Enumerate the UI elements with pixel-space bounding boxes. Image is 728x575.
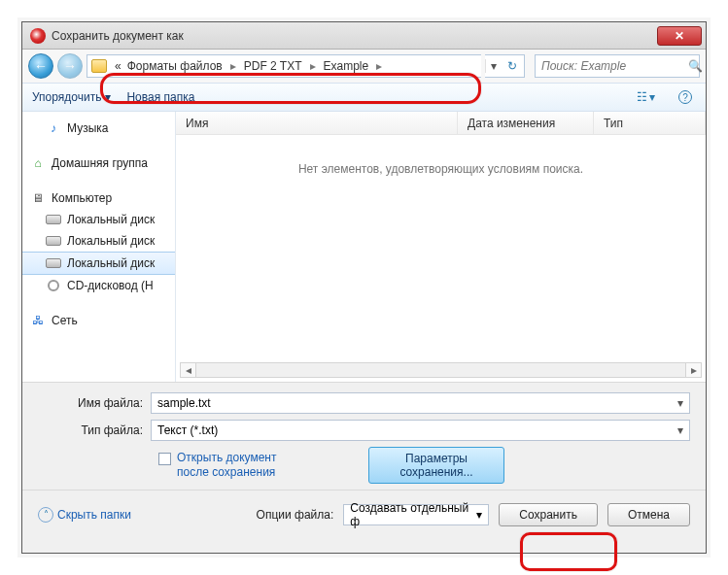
tree-item-homegroup[interactable]: ⌂Домашняя группа — [22, 152, 175, 174]
tree-item-computer[interactable]: 🖥Компьютер — [22, 187, 175, 209]
cancel-button[interactable]: Отмена — [607, 503, 690, 526]
refresh-button[interactable]: ↻ — [501, 55, 524, 77]
network-icon: 🖧 — [30, 313, 46, 328]
scroll-left-button[interactable]: ◂ — [181, 363, 196, 377]
search-input[interactable] — [541, 59, 688, 73]
organize-label: Упорядочить — [32, 90, 101, 104]
view-icon: ☷ — [637, 90, 647, 104]
nav-row: ← → « Форматы файлов ▸ PDF 2 TXT ▸ Examp… — [22, 50, 706, 83]
tree-label: Музыка — [67, 121, 108, 135]
breadcrumb-seg-1[interactable]: Форматы файлов — [125, 59, 225, 73]
footer: ˄ Скрыть папки Опции файла: Создавать от… — [22, 490, 706, 538]
help-icon: ? — [678, 90, 692, 104]
arrow-right-icon: → — [63, 58, 77, 74]
annotation-highlight — [520, 532, 617, 571]
chevron-down-icon[interactable]: ▾ — [677, 423, 683, 437]
save-button[interactable]: Сохранить — [499, 503, 598, 526]
folder-icon — [91, 59, 107, 73]
search-icon[interactable]: 🔍 — [688, 59, 703, 73]
filetype-value: Текст (*.txt) — [157, 423, 218, 437]
help-button[interactable]: ? — [675, 90, 696, 104]
filename-value: sample.txt — [157, 396, 211, 410]
chevron-up-icon: ˄ — [38, 507, 53, 523]
tree-item-disk[interactable]: Локальный диск — [22, 230, 175, 252]
tree-item-network[interactable]: 🖧Сеть — [22, 310, 175, 331]
computer-icon: 🖥 — [30, 190, 46, 206]
col-label: Тип — [604, 117, 623, 130]
text-line: Открыть документ — [177, 451, 276, 464]
tree-label: Домашняя группа — [52, 156, 148, 170]
tree-label: CD-дисковод (H — [67, 279, 154, 292]
tree-item-music[interactable]: ♪Музыка — [22, 118, 175, 139]
tree-item-disk-selected[interactable]: Локальный диск — [22, 252, 175, 275]
filetype-select[interactable]: Текст (*.txt) ▾ — [151, 420, 690, 441]
empty-message: Нет элементов, удовлетворяющих условиям … — [176, 162, 706, 176]
chevron-down-icon: ▾ — [105, 90, 111, 104]
filename-label: Имя файла: — [38, 396, 151, 410]
address-breadcrumb[interactable]: « Форматы файлов ▸ PDF 2 TXT ▸ Example ▸ — [87, 54, 481, 78]
tree-item-disk[interactable]: Локальный диск — [22, 209, 175, 230]
file-options-value: Создавать отдельный ф — [350, 501, 476, 528]
music-icon: ♪ — [46, 120, 61, 136]
tree-item-cd[interactable]: CD-дисковод (H — [22, 275, 175, 296]
address-dropdown[interactable]: ▾ — [485, 59, 501, 73]
tree-label: Локальный диск — [67, 256, 155, 270]
new-folder-button[interactable]: Новая папка — [126, 90, 194, 104]
search-box[interactable]: 🔍 — [535, 54, 700, 78]
scroll-right-button[interactable]: ▸ — [685, 363, 701, 377]
chevron-right-icon: ▸ — [226, 59, 240, 73]
disk-icon — [46, 212, 61, 227]
breadcrumb-seg-3[interactable]: Example — [322, 59, 371, 73]
file-list[interactable]: Имя Дата изменения Тип Нет элементов, уд… — [176, 112, 706, 382]
chevron-down-icon[interactable]: ▾ — [476, 508, 482, 522]
cd-icon — [46, 278, 61, 293]
save-as-dialog: Сохранить документ как ✕ ← → « Форматы ф… — [21, 21, 707, 554]
horizontal-scrollbar[interactable]: ◂ ▸ — [180, 362, 702, 378]
file-options-label: Опции файла: — [257, 508, 334, 522]
close-button[interactable]: ✕ — [657, 26, 702, 46]
tree-label: Локальный диск — [67, 213, 155, 226]
view-options-button[interactable]: ☷▾ — [633, 90, 659, 104]
filetype-label: Тип файла: — [38, 423, 151, 437]
form-area: Имя файла: sample.txt ▾ Тип файла: Текст… — [22, 382, 706, 490]
breadcrumb-seg-2[interactable]: PDF 2 TXT — [242, 59, 304, 73]
disk-icon — [46, 233, 61, 249]
filename-input[interactable]: sample.txt ▾ — [151, 392, 690, 414]
window-title: Сохранить документ как — [52, 29, 657, 43]
breadcrumb-prefix: « — [113, 59, 123, 73]
text-line: сохранения... — [399, 465, 472, 479]
col-name[interactable]: Имя — [176, 112, 458, 134]
disk-icon — [46, 255, 61, 271]
tree-label: Компьютер — [52, 191, 112, 205]
hide-folders-label: Скрыть папки — [57, 508, 131, 522]
homegroup-icon: ⌂ — [30, 155, 46, 171]
col-type[interactable]: Тип — [594, 112, 706, 134]
new-folder-label: Новая папка — [126, 90, 194, 104]
open-after-save-checkbox[interactable] — [158, 453, 171, 465]
col-label: Имя — [186, 117, 208, 130]
col-label: Дата изменения — [468, 117, 555, 130]
save-parameters-button[interactable]: Параметры сохранения... — [368, 447, 504, 484]
nav-forward-button[interactable]: → — [57, 53, 83, 79]
arrow-left-icon: ← — [34, 58, 48, 74]
text-line: Параметры — [405, 452, 468, 465]
organize-button[interactable]: Упорядочить ▾ — [32, 90, 111, 104]
folder-tree[interactable]: ♪Музыка ⌂Домашняя группа 🖥Компьютер Лока… — [22, 112, 176, 382]
tree-label: Сеть — [52, 314, 78, 327]
nav-back-button[interactable]: ← — [28, 53, 53, 79]
address-buttons: ▾ ↻ — [485, 54, 525, 78]
tree-label: Локальный диск — [67, 234, 155, 248]
list-header: Имя Дата изменения Тип — [176, 112, 706, 135]
toolbar: Упорядочить ▾ Новая папка ☷▾ ? — [22, 83, 706, 112]
hide-folders-button[interactable]: ˄ Скрыть папки — [38, 507, 131, 523]
text-line: после сохранения — [177, 465, 275, 479]
open-after-save-label: Открыть документ после сохранения — [177, 451, 276, 480]
file-options-select[interactable]: Создавать отдельный ф ▾ — [343, 504, 489, 525]
chevron-down-icon[interactable]: ▾ — [677, 396, 683, 410]
col-date[interactable]: Дата изменения — [458, 112, 594, 134]
app-icon — [30, 28, 46, 44]
body: ♪Музыка ⌂Домашняя группа 🖥Компьютер Лока… — [22, 112, 706, 382]
titlebar: Сохранить документ как ✕ — [22, 22, 706, 50]
chevron-down-icon: ▾ — [649, 90, 655, 104]
chevron-right-icon: ▸ — [306, 59, 320, 73]
